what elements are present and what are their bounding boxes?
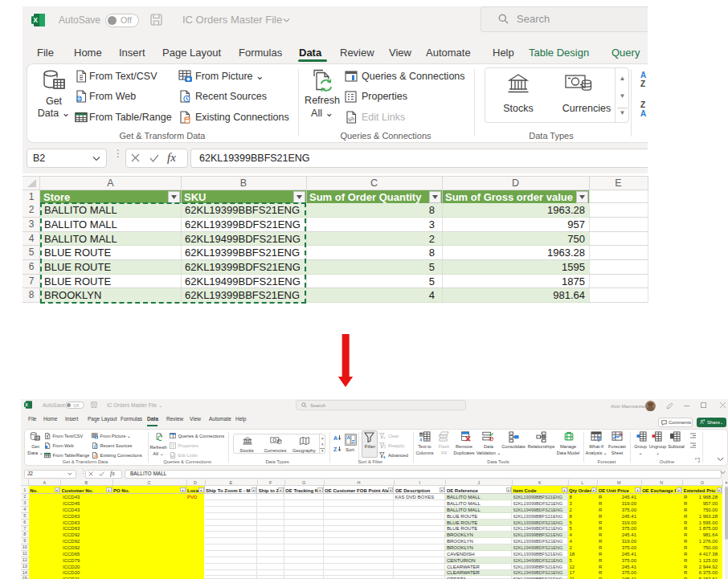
svg-text:X: X	[25, 402, 28, 407]
svg-text:A: A	[346, 435, 350, 440]
svg-text:Z: Z	[351, 439, 354, 444]
svg-text:A: A	[333, 434, 337, 440]
svg-text:Z: Z	[333, 446, 337, 451]
svg-text:?: ?	[597, 435, 601, 442]
svg-text:X: X	[33, 16, 38, 24]
